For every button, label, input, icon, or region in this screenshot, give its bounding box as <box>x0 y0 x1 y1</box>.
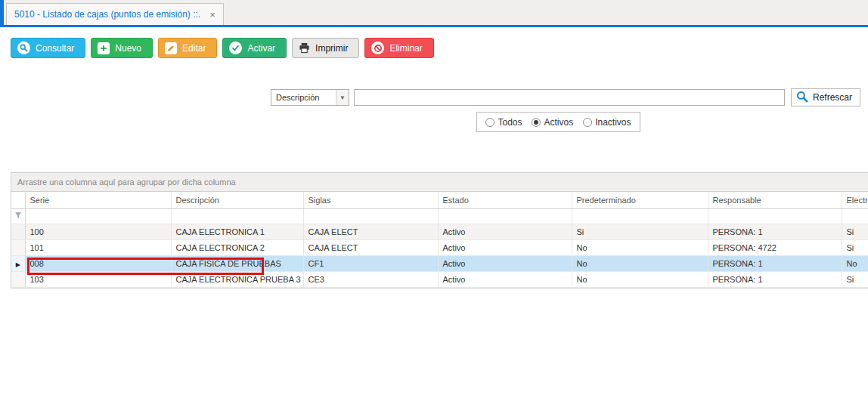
cell-descripcion[interactable]: CAJA FISICA DE PRUEBAS <box>171 255 303 271</box>
search-input[interactable] <box>354 89 785 106</box>
column-header-siglas[interactable]: Siglas <box>303 192 438 208</box>
search-icon <box>17 42 30 54</box>
radio-activos-circle <box>532 118 541 127</box>
toolbar: Consultar Nuevo Editar Activar Imprimir … <box>11 38 868 58</box>
radio-activos[interactable]: Activos <box>532 117 573 128</box>
cell-responsable[interactable]: PERSONA: 1 <box>708 255 842 271</box>
cell-siglas[interactable]: CAJA ELECT <box>303 224 438 239</box>
nuevo-label: Nuevo <box>115 43 141 54</box>
cell-siglas[interactable]: CE3 <box>303 271 438 287</box>
nuevo-button[interactable]: Nuevo <box>91 38 153 58</box>
cell-predeterminado[interactable]: No <box>572 255 708 271</box>
search-icon <box>796 91 808 105</box>
radio-activos-label: Activos <box>544 117 573 128</box>
cell-predeterminado[interactable]: Si <box>572 224 708 239</box>
filter-cell-descripcion[interactable] <box>171 208 303 224</box>
table-row[interactable]: 103 CAJA ELECTRONICA PRUEBA 3 CE3 Activo… <box>11 271 868 287</box>
cell-responsable[interactable]: PERSONA: 4722 <box>708 239 842 255</box>
cell-siglas[interactable]: CF1 <box>303 255 438 271</box>
filter-cell-serie[interactable] <box>25 208 171 224</box>
search-row: Descripción ▼ Refrescar <box>11 88 860 106</box>
eliminar-button[interactable]: Eliminar <box>364 38 433 58</box>
chevron-down-icon[interactable]: ▼ <box>336 90 349 105</box>
cell-serie[interactable]: 103 <box>25 271 171 287</box>
filter-row <box>11 208 868 224</box>
filter-cell-responsable[interactable] <box>708 208 842 224</box>
cell-descripcion[interactable]: CAJA ELECTRONICA PRUEBA 3 <box>171 271 303 287</box>
cell-estado[interactable]: Activo <box>438 255 572 271</box>
cell-responsable[interactable]: PERSONA: 1 <box>708 271 842 287</box>
filter-cell-estado[interactable] <box>438 208 572 224</box>
activar-label: Activar <box>247 43 275 54</box>
row-indicator-arrow: ▶ <box>16 261 20 268</box>
imprimir-label: Imprimir <box>315 43 348 54</box>
cell-predeterminado[interactable]: No <box>572 239 708 255</box>
refrescar-label: Refrescar <box>813 92 852 103</box>
header-row: Serie Descripción Siglas Estado Predeter… <box>11 192 868 208</box>
consultar-button[interactable]: Consultar <box>11 38 85 58</box>
filter-icon[interactable] <box>11 208 25 224</box>
filter-cell-siglas[interactable] <box>303 208 438 224</box>
table-row-selected[interactable]: ▶ 008 CAJA FISICA DE PRUEBAS CF1 Activo … <box>11 255 868 271</box>
status-filter-row: Todos Activos Inactivos <box>11 112 868 132</box>
cell-siglas[interactable]: CAJA ELECT <box>303 239 438 255</box>
column-header-responsable[interactable]: Responsable <box>708 192 842 208</box>
cell-electronica[interactable]: Si <box>842 239 868 255</box>
row-indicator-cell <box>11 239 25 255</box>
cell-serie[interactable]: 100 <box>25 224 171 239</box>
radio-inactivos-circle <box>583 118 592 127</box>
block-icon <box>371 42 384 54</box>
indicator-header-cell <box>11 192 25 208</box>
data-grid: Arrastre una columna aquí para agrupar p… <box>11 172 868 288</box>
printer-icon <box>299 42 310 54</box>
cell-electronica[interactable]: Si <box>842 224 868 239</box>
search-field-combo[interactable]: Descripción ▼ <box>271 89 349 106</box>
cell-serie[interactable]: 101 <box>25 239 171 255</box>
check-icon <box>229 42 242 54</box>
tab-bar: 5010 - Listado de cajas (puntos de emisi… <box>0 0 868 25</box>
tab-title: 5010 - Listado de cajas (puntos de emisi… <box>14 9 200 20</box>
editar-button[interactable]: Editar <box>158 38 217 58</box>
column-header-descripcion[interactable]: Descripción <box>171 192 303 208</box>
column-header-estado[interactable]: Estado <box>438 192 572 208</box>
group-panel[interactable]: Arrastre una columna aquí para agrupar p… <box>11 173 868 192</box>
radio-todos-label: Todos <box>498 117 522 128</box>
pencil-icon <box>165 42 177 54</box>
cell-descripcion[interactable]: CAJA ELECTRONICA 2 <box>171 239 303 255</box>
column-header-electronica[interactable]: Electrónica <box>842 192 868 208</box>
accent-corner <box>0 0 4 25</box>
consultar-label: Consultar <box>36 43 74 54</box>
tab-listado-cajas[interactable]: 5010 - Listado de cajas (puntos de emisi… <box>6 3 224 25</box>
filter-cell-electronica[interactable] <box>842 208 868 224</box>
table-row[interactable]: 100 CAJA ELECTRONICA 1 CAJA ELECT Activo… <box>11 224 868 239</box>
refrescar-button[interactable]: Refrescar <box>791 88 860 106</box>
radio-inactivos[interactable]: Inactivos <box>583 117 631 128</box>
cell-predeterminado[interactable]: No <box>572 271 708 287</box>
column-header-serie[interactable]: Serie <box>25 192 171 208</box>
cell-electronica[interactable]: Si <box>842 271 868 287</box>
cell-descripcion[interactable]: CAJA ELECTRONICA 1 <box>171 224 303 239</box>
status-filter-group: Todos Activos Inactivos <box>476 112 640 132</box>
cell-electronica[interactable]: No <box>842 255 868 271</box>
accent-line <box>0 25 868 27</box>
row-indicator-cell <box>11 271 25 287</box>
tab-close-icon[interactable]: × <box>209 10 215 20</box>
cell-estado[interactable]: Activo <box>438 239 572 255</box>
cajas-table: Serie Descripción Siglas Estado Predeter… <box>11 192 868 288</box>
cell-estado[interactable]: Activo <box>438 271 572 287</box>
eliminar-label: Eliminar <box>389 43 422 54</box>
plus-icon <box>98 42 110 54</box>
filter-cell-predeterminado[interactable] <box>572 208 708 224</box>
activar-button[interactable]: Activar <box>222 38 287 58</box>
row-indicator-cell <box>11 224 25 239</box>
radio-todos[interactable]: Todos <box>485 117 522 128</box>
cell-responsable[interactable]: PERSONA: 1 <box>708 224 842 239</box>
row-indicator-cell: ▶ <box>11 255 25 271</box>
radio-todos-circle <box>485 118 494 127</box>
cell-serie[interactable]: 008 <box>25 255 171 271</box>
cell-estado[interactable]: Activo <box>438 224 572 239</box>
table-row[interactable]: 101 CAJA ELECTRONICA 2 CAJA ELECT Activo… <box>11 239 868 255</box>
column-header-predeterminado[interactable]: Predeterminado <box>572 192 708 208</box>
imprimir-button[interactable]: Imprimir <box>292 38 359 58</box>
editar-label: Editar <box>182 43 206 54</box>
